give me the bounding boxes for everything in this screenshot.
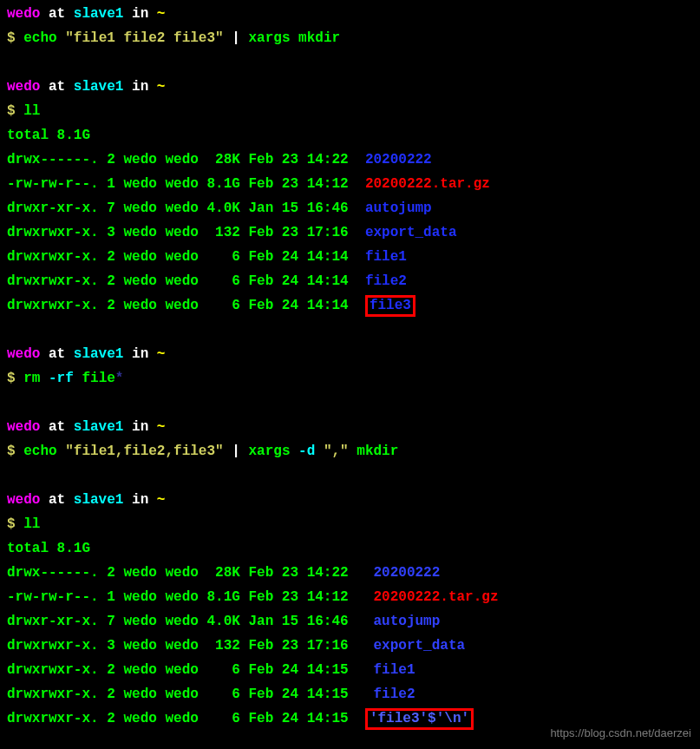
file-pad [357, 152, 365, 168]
file-name: 20200222.tar.gz [373, 589, 498, 605]
file-perm: drwx------. 2 wedo wedo 28K Feb 23 14:22 [7, 565, 357, 581]
cmd-ll: ll [23, 103, 40, 119]
file-perm: drwx------. 2 wedo wedo 28K Feb 23 14:22 [7, 152, 357, 168]
cmd-rm: rm [23, 371, 49, 386]
file-name: export_data [365, 225, 457, 240]
file-name: autojump [373, 614, 440, 629]
shell-prompt-line: wedo at slave1 in ~ [7, 2, 693, 26]
file-perm: drwxrwxr-x. 2 wedo wedo 6 Feb 24 14:15 [7, 662, 357, 678]
file-name: 20200222 [365, 152, 432, 168]
file-pad [357, 225, 365, 240]
ls-row: drwx------. 2 wedo wedo 28K Feb 23 14:22… [7, 148, 693, 172]
prompt-host: slave1 [74, 6, 124, 22]
file-pad [357, 589, 373, 605]
glob-star: * [115, 371, 124, 386]
file-perm: drwxrwxr-x. 2 wedo wedo 6 Feb 24 14:15 [7, 687, 357, 702]
prompt-path: ~ [157, 6, 166, 22]
prompt-in: in [123, 79, 156, 95]
prompt-symbol: $ [7, 103, 23, 119]
highlighted-file: file3 [365, 295, 415, 317]
cmd-flag: -rf [49, 371, 82, 386]
shell-command-line[interactable]: $ ll [7, 99, 693, 123]
file-pad [357, 298, 365, 313]
cmd-xargs: xargs [248, 443, 298, 459]
file-pad [357, 662, 373, 678]
file-pad [357, 711, 365, 726]
prompt-host: slave1 [74, 492, 124, 508]
prompt-symbol: $ [7, 516, 23, 532]
terminal-output: wedo at slave1 in ~$ echo "file1 file2 f… [7, 2, 693, 731]
blank-line [7, 318, 693, 342]
file-name: 'file3'$'\n' [370, 711, 469, 726]
prompt-host: slave1 [74, 79, 124, 95]
prompt-in: in [123, 419, 156, 435]
cmd-string: "file1,file2,file3" [65, 443, 223, 459]
prompt-user: wedo [7, 419, 40, 435]
file-pad [357, 249, 365, 265]
file-perm: drwxrwxr-x. 2 wedo wedo 6 Feb 24 14:14 [7, 273, 357, 289]
shell-prompt-line: wedo at slave1 in ~ [7, 415, 693, 439]
file-pad [357, 176, 365, 192]
pipe-symbol: | [224, 30, 249, 46]
cmd-delim: "," [324, 443, 349, 459]
file-pad [357, 614, 373, 629]
prompt-symbol: $ [7, 30, 23, 46]
ls-total: total 8.1G [7, 123, 693, 148]
prompt-user: wedo [7, 6, 40, 22]
prompt-in: in [123, 6, 156, 22]
file-perm: drwxrwxr-x. 3 wedo wedo 132 Feb 23 17:16 [7, 225, 357, 240]
prompt-path: ~ [157, 419, 166, 435]
file-name: file1 [373, 662, 415, 678]
prompt-host: slave1 [74, 346, 124, 362]
file-name: file2 [365, 273, 407, 289]
cmd-xargs: xargs [248, 30, 298, 46]
file-pad [357, 273, 365, 289]
prompt-in: in [123, 346, 156, 362]
file-perm: -rw-rw-r--. 1 wedo wedo 8.1G Feb 23 14:1… [7, 176, 357, 192]
cmd-string: "file1 file2 file3" [65, 30, 223, 46]
prompt-symbol: $ [7, 371, 23, 386]
file-perm: drwxr-xr-x. 7 wedo wedo 4.0K Jan 15 16:4… [7, 614, 357, 629]
file-name: autojump [365, 200, 432, 216]
shell-command-line[interactable]: $ rm -rf file* [7, 366, 693, 391]
prompt-host: slave1 [74, 419, 124, 435]
prompt-at: at [40, 346, 73, 362]
ls-row: drwxrwxr-x. 3 wedo wedo 132 Feb 23 17:16… [7, 220, 693, 245]
shell-prompt-line: wedo at slave1 in ~ [7, 488, 693, 512]
ls-total: total 8.1G [7, 536, 693, 561]
ls-row: drwxrwxr-x. 2 wedo wedo 6 Feb 24 14:15 f… [7, 658, 693, 682]
cmd-echo: echo [23, 443, 65, 459]
prompt-user: wedo [7, 492, 40, 508]
blank-line [7, 463, 693, 488]
cmd-mkdir: mkdir [298, 30, 340, 46]
cmd-mkdir: mkdir [349, 443, 399, 459]
file-pad [357, 687, 373, 702]
file-pad [357, 565, 373, 581]
pipe-symbol: | [224, 443, 249, 459]
watermark: https://blog.csdn.net/daerzei [550, 724, 691, 744]
prompt-at: at [40, 79, 73, 95]
file-pad [357, 200, 365, 216]
file-perm: drwxrwxr-x. 3 wedo wedo 132 Feb 23 17:16 [7, 638, 357, 654]
file-perm: drwxr-xr-x. 7 wedo wedo 4.0K Jan 15 16:4… [7, 200, 357, 216]
file-perm: drwxrwxr-x. 2 wedo wedo 6 Feb 24 14:14 [7, 298, 357, 313]
file-perm: -rw-rw-r--. 1 wedo wedo 8.1G Feb 23 14:1… [7, 589, 357, 605]
file-name: file2 [373, 687, 415, 702]
blank-line [7, 50, 693, 75]
shell-command-line[interactable]: $ ll [7, 512, 693, 536]
prompt-at: at [40, 492, 73, 508]
prompt-path: ~ [157, 346, 166, 362]
cmd-flag: -d [298, 443, 324, 459]
ls-row: drwxrwxr-x. 2 wedo wedo 6 Feb 24 14:15 f… [7, 682, 693, 706]
file-perm: drwxrwxr-x. 2 wedo wedo 6 Feb 24 14:15 [7, 711, 357, 726]
shell-command-line[interactable]: $ echo "file1 file2 file3" | xargs mkdir [7, 26, 693, 50]
shell-prompt-line: wedo at slave1 in ~ [7, 75, 693, 99]
file-name: 20200222.tar.gz [365, 176, 490, 192]
cmd-arg: file [82, 371, 114, 386]
shell-command-line[interactable]: $ echo "file1,file2,file3" | xargs -d ",… [7, 439, 693, 463]
ls-row: drwxrwxr-x. 2 wedo wedo 6 Feb 24 14:14 f… [7, 269, 693, 293]
ls-row: drwxrwxr-x. 2 wedo wedo 6 Feb 24 14:14 f… [7, 293, 693, 318]
file-name: export_data [373, 638, 465, 654]
file-name: file1 [365, 249, 407, 265]
ls-row: drwx------. 2 wedo wedo 28K Feb 23 14:22… [7, 561, 693, 585]
